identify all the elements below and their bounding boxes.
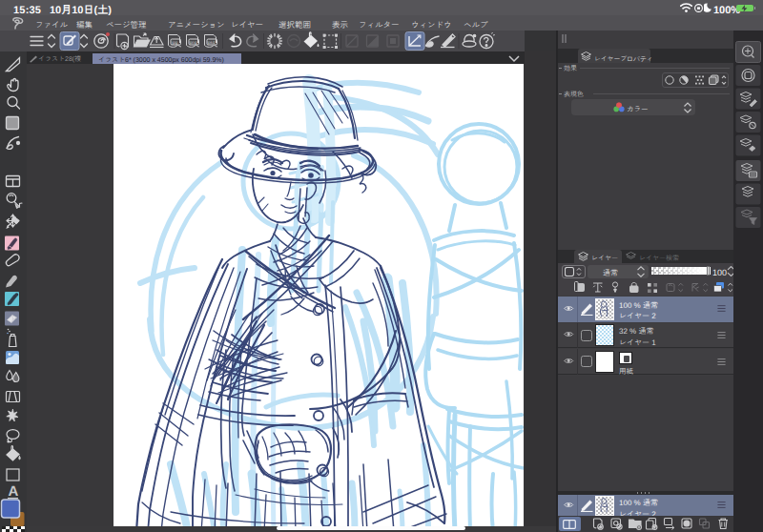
svg-text:jpg: jpg <box>171 40 178 45</box>
svg-text:png: png <box>190 40 197 45</box>
svg-text:psd: psd <box>208 40 216 45</box>
svg-text:A: A <box>9 483 19 500</box>
